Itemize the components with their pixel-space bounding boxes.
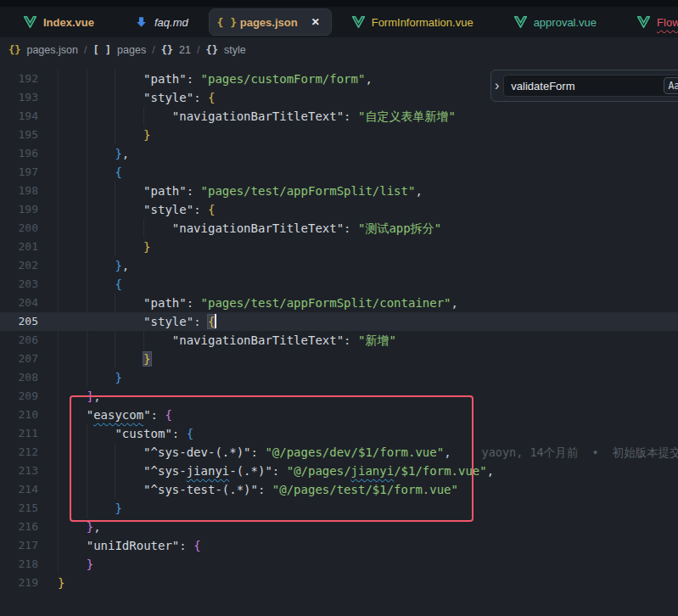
code-line-208[interactable]: 208}: [0, 368, 678, 387]
tab-flowinfo-vu[interactable]: FlowInfo.vu: [617, 7, 678, 37]
code-line-202[interactable]: 202},: [0, 256, 678, 275]
line-number: 211: [0, 424, 38, 443]
code-line-214[interactable]: 214"^sys-test-(.*)": "@/pages/test/$1/fo…: [0, 480, 678, 499]
token: "@/pages/: [287, 464, 351, 478]
code-line-212[interactable]: 212"^sys-dev-(.*)": "@/pages/dev/$1/form…: [0, 443, 678, 462]
token: "^sys-test-(.*)": [143, 483, 258, 496]
code-line-198[interactable]: 198"path": "pages/test/appFormSplit/list…: [0, 182, 678, 200]
token: "style": [143, 315, 193, 328]
token: "navigationBarTitleText": [172, 109, 344, 123]
line-number: 206: [0, 331, 38, 350]
json-braces-icon: { }: [221, 16, 233, 29]
git-blame-annotation: yaoyn, 14个月前 • 初始版本提交: [482, 445, 678, 459]
line-number: 207: [0, 350, 38, 368]
code-line-217[interactable]: 217"uniIdRouter": {: [0, 536, 678, 555]
code-editor[interactable]: 192"path": "pages/customForm/form",193"s…: [0, 63, 678, 592]
indent-guide: [58, 312, 87, 331]
code-line-199[interactable]: 199"style": {: [0, 200, 678, 219]
code-line-218[interactable]: 218}: [0, 555, 678, 574]
indent-guide: [87, 462, 115, 480]
vue-icon: [514, 16, 527, 29]
indent-guide: [58, 219, 87, 238]
code-content: "navigationBarTitleText": "自定义表单新增": [38, 107, 456, 126]
code-line-209[interactable]: 209],: [0, 387, 678, 406]
line-number: 216: [0, 518, 38, 536]
close-icon[interactable]: ✕: [311, 16, 320, 28]
indent-guide: [115, 182, 143, 200]
code-line-216[interactable]: 216},: [0, 518, 678, 536]
tab-index-vue[interactable]: Index.vue: [3, 7, 115, 37]
code-line-206[interactable]: 206"navigationBarTitleText": "新增": [0, 331, 678, 350]
tab-label: Index.vue: [43, 16, 94, 29]
vue-icon: [24, 16, 36, 29]
indent-guide: [58, 182, 87, 200]
titlebar-strip: [0, 0, 678, 7]
line-number: 218: [0, 555, 38, 574]
find-input[interactable]: [511, 80, 660, 92]
tab-forminformation-vue[interactable]: FormInformation.vue: [332, 7, 494, 37]
breadcrumb-item[interactable]: pages: [117, 44, 146, 56]
code-content: },: [38, 518, 101, 536]
code-content: }: [38, 555, 93, 574]
code-line-205[interactable]: 205"style": {: [0, 312, 678, 331]
indent-guide: [58, 294, 87, 312]
find-input-container: Aa ab .*: [503, 75, 678, 97]
line-number: 219: [0, 574, 38, 592]
code-line-207[interactable]: 207}: [0, 350, 678, 368]
token: {: [115, 165, 121, 179]
token: :: [151, 408, 165, 422]
indent-guide: [58, 424, 87, 443]
tab-label: FormInformation.vue: [372, 16, 473, 29]
indent-guide: [115, 294, 143, 312]
code-line-210[interactable]: 210"easycom": {: [0, 406, 678, 424]
breadcrumb-symbol-icon: {}: [161, 44, 173, 56]
code-content: "path": "pages/test/appFormSplit/contain…: [38, 294, 458, 312]
token: "pages/test/appFormSplit/list": [201, 184, 416, 198]
code-content: "^sys-test-(.*)": "@/pages/test/$1/form.…: [38, 480, 458, 499]
code-line-211[interactable]: 211"custom": {: [0, 424, 678, 443]
indent-guide: [115, 462, 143, 480]
breadcrumb-item[interactable]: 21: [179, 44, 191, 56]
token: }: [87, 557, 93, 571]
indent-guide: [87, 499, 115, 518]
code-content: "style": {: [38, 200, 215, 219]
token: "style": [143, 91, 193, 104]
code-line-213[interactable]: 213"^sys-jianyi-(.*)": "@/pages/jianyi/$…: [0, 462, 678, 480]
token: "style": [143, 203, 193, 216]
code-line-195[interactable]: 195}: [0, 126, 678, 144]
breadcrumb-item[interactable]: pages.json: [26, 44, 77, 56]
code-line-200[interactable]: 200"navigationBarTitleText": "测试app拆分": [0, 219, 678, 238]
indent-guide: [115, 70, 143, 88]
token: :: [258, 483, 272, 496]
code-line-197[interactable]: 197{: [0, 163, 678, 182]
line-number: 215: [0, 499, 38, 518]
code-line-201[interactable]: 201}: [0, 238, 678, 256]
token: "新增": [358, 333, 396, 347]
code-line-196[interactable]: 196},: [0, 144, 678, 163]
indent-guide: [115, 126, 143, 144]
code-line-204[interactable]: 204"path": "pages/test/appFormSplit/cont…: [0, 294, 678, 312]
token: :: [272, 464, 287, 478]
indent-guide: [58, 256, 87, 275]
code-line-219[interactable]: 219}: [0, 574, 678, 592]
breadcrumb-symbol-icon: {}: [205, 44, 217, 56]
match-case-button[interactable]: Aa: [664, 77, 678, 94]
indent-guide: [87, 70, 115, 88]
tab-pages-json[interactable]: { }pages.json✕: [209, 8, 332, 36]
code-content: }: [38, 499, 122, 518]
find-expand-chevron-icon[interactable]: ›: [495, 78, 499, 93]
indent-guide: [58, 480, 87, 499]
code-line-194[interactable]: 194"navigationBarTitleText": "自定义表单新增": [0, 107, 678, 126]
line-number: 203: [0, 275, 38, 294]
code-line-203[interactable]: 203{: [0, 275, 678, 294]
code-line-215[interactable]: 215}: [0, 499, 678, 518]
breadcrumb-item[interactable]: style: [224, 44, 246, 56]
tab-approval-vue[interactable]: approval.vue: [494, 7, 617, 37]
tab-label: pages.json: [240, 16, 298, 29]
indent-guide: [115, 238, 143, 256]
line-number: 209: [0, 387, 38, 406]
line-number: 199: [0, 200, 38, 219]
token: ,: [93, 389, 100, 403]
tab-faq-md[interactable]: faq.md: [115, 7, 209, 37]
token: "custom": [115, 427, 171, 440]
